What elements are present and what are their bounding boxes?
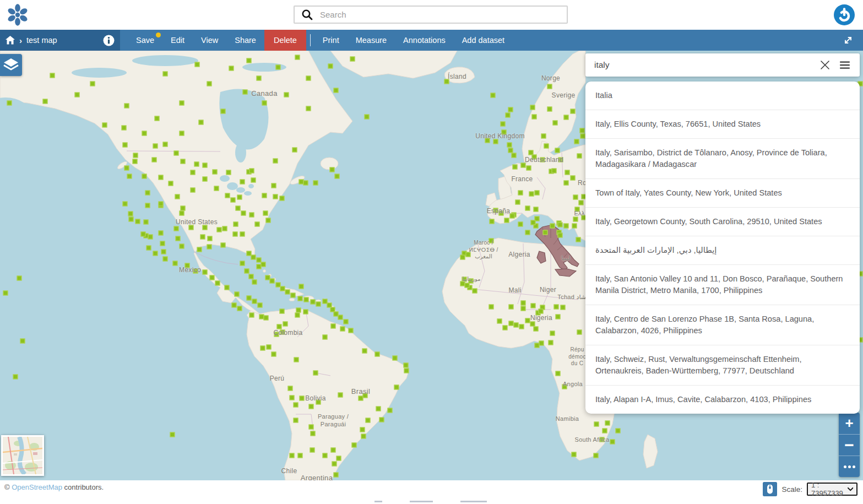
feature-marker: [251, 178, 256, 183]
feature-marker: [240, 180, 245, 185]
feature-marker: [50, 73, 55, 78]
menu-hamburger-icon[interactable]: [839, 59, 851, 71]
feature-marker: [3, 291, 8, 296]
feature-marker: [243, 90, 248, 95]
feature-marker: [529, 192, 534, 197]
clipped-footer-text: [374, 501, 487, 502]
feature-marker: [388, 408, 393, 413]
feature-marker: [556, 371, 561, 376]
layers-button[interactable]: [0, 54, 22, 76]
delete-button[interactable]: Delete: [264, 30, 306, 51]
chevron-down-icon: [848, 487, 853, 491]
feature-marker: [160, 241, 165, 246]
country-label: Niger: [540, 286, 556, 294]
feature-marker: [128, 212, 133, 216]
country-label: Namibia: [556, 415, 579, 423]
feature-marker: [191, 170, 196, 175]
attribution: © OpenStreetMap contributors.: [4, 483, 104, 491]
geocoder-result-item[interactable]: Italy, Georgetown County, South Carolina…: [585, 207, 860, 236]
geocoder-result-item[interactable]: Italy, Ellis County, Texas, 76651, Unite…: [585, 110, 860, 138]
view-button[interactable]: View: [193, 30, 226, 51]
country-label: Nigeria: [530, 314, 552, 322]
more-tools-button[interactable]: [839, 456, 860, 477]
feature-marker: [547, 107, 552, 112]
geocoder-input[interactable]: [594, 60, 811, 70]
zoom-out-button[interactable]: −: [839, 434, 860, 456]
map-canvas[interactable]: CanadaUnited StatesMéxicoColombiaPerúBol…: [0, 51, 863, 480]
feature-marker: [379, 418, 384, 422]
feature-marker: [272, 352, 276, 357]
top-bar: [0, 0, 863, 30]
feature-marker: [508, 107, 513, 112]
feature-marker: [530, 322, 535, 327]
country-label: Bolivia: [305, 394, 325, 403]
home-icon[interactable]: [6, 36, 15, 45]
feature-marker: [203, 163, 208, 168]
info-icon[interactable]: [103, 35, 115, 46]
feature-marker: [264, 316, 269, 321]
geocoder-result-item[interactable]: Italy, San Antonio Valley 10 and 11, Don…: [585, 264, 860, 305]
feature-marker: [124, 166, 129, 171]
openstreetmap-link[interactable]: OpenStreetMap: [12, 483, 62, 491]
geocoder-result-item[interactable]: Italy, Sarisambo, District de Tôlanaro, …: [585, 138, 860, 178]
feature-marker: [273, 194, 278, 199]
scale-select[interactable]: 1 : 73957339: [807, 483, 857, 496]
feature-marker: [518, 222, 523, 227]
feature-marker: [292, 148, 297, 153]
feature-marker: [521, 306, 526, 311]
geocoder-result-item[interactable]: Town of Italy, Yates County, New York, U…: [585, 178, 860, 207]
fullscreen-icon[interactable]: [842, 34, 854, 46]
map-title: test map: [26, 36, 57, 45]
feature-marker: [163, 257, 168, 262]
save-button[interactable]: Save: [128, 30, 162, 51]
feature-marker: [161, 250, 166, 254]
feature-marker: [247, 58, 252, 63]
feature-marker: [509, 321, 514, 326]
feature-marker: [295, 313, 300, 318]
mouse-position-button[interactable]: [763, 482, 777, 496]
annotations-button[interactable]: Annotations: [395, 30, 454, 51]
feature-marker: [237, 306, 242, 311]
geocoder-result-item[interactable]: Italia: [585, 82, 860, 110]
print-button[interactable]: Print: [314, 30, 348, 51]
share-button[interactable]: Share: [226, 30, 264, 51]
global-search-input[interactable]: [320, 10, 561, 19]
feature-marker: [197, 247, 202, 252]
breadcrumb: › test map: [0, 30, 120, 51]
feature-marker: [174, 151, 179, 156]
add-dataset-button[interactable]: Add dataset: [454, 30, 513, 51]
country-label: Canada: [251, 89, 277, 98]
zoom-in-button[interactable]: +: [839, 413, 860, 434]
feature-marker: [616, 429, 621, 433]
feature-marker: [323, 453, 328, 458]
geocoder-result-item[interactable]: Italy, Schweiz, Rust, Verwaltungsgemeins…: [585, 345, 860, 385]
feature-marker: [550, 224, 555, 229]
feature-marker: [20, 339, 25, 344]
feature-marker: [571, 109, 576, 114]
geocoder-result-item[interactable]: إيطاليا, دبي, الإمارات العربية المتحدة: [585, 236, 860, 264]
feature-marker: [330, 167, 335, 172]
geocoder-result-item[interactable]: Italy, Alapan I-A, Imus, Cavite, Calabar…: [585, 385, 860, 414]
feature-marker: [90, 82, 95, 86]
scale-control: Scale: 1 : 73957339: [763, 482, 857, 496]
login-power-icon[interactable]: [833, 4, 855, 26]
feature-marker: [155, 116, 160, 121]
feature-marker: [525, 318, 530, 323]
edit-button[interactable]: Edit: [162, 30, 193, 51]
feature-marker: [217, 227, 222, 232]
feature-marker: [203, 177, 208, 182]
feature-marker: [249, 213, 254, 218]
feature-marker: [298, 453, 303, 458]
feature-marker: [352, 443, 357, 448]
feature-marker: [276, 65, 281, 70]
measure-button[interactable]: Measure: [348, 30, 395, 51]
feature-marker: [535, 191, 540, 196]
clear-search-icon[interactable]: [819, 59, 831, 71]
country-label: Ísland: [448, 73, 466, 81]
feature-marker: [146, 246, 151, 251]
geocoder-result-item[interactable]: Italy, Centro de San Lorenzo Phase 1B, S…: [585, 305, 860, 345]
feature-marker: [210, 275, 215, 280]
overview-minimap[interactable]: [1, 435, 44, 476]
feature-marker: [285, 290, 290, 295]
feature-marker: [145, 191, 150, 196]
